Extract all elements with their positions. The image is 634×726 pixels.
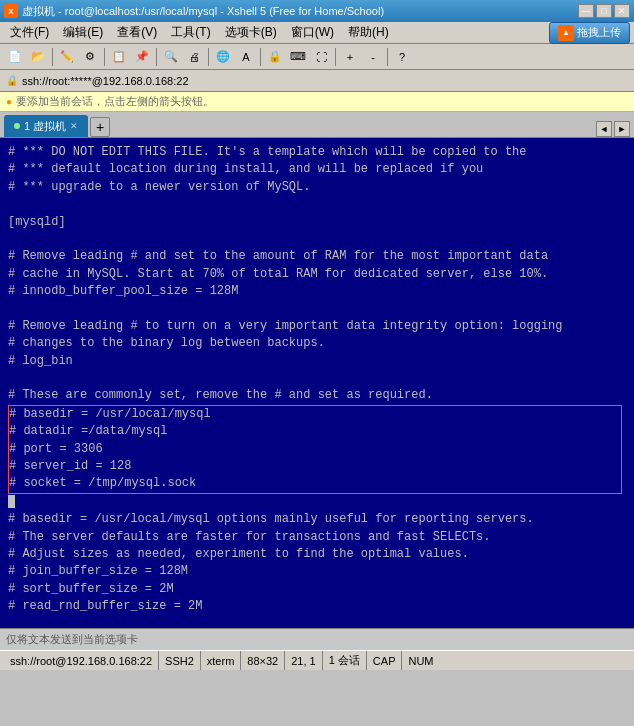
toolbar-separator-5 bbox=[260, 48, 261, 66]
tab-nav: ◄ ► bbox=[596, 121, 630, 137]
terminal-cursor bbox=[8, 495, 15, 508]
terminal-line-9: # innodb_buffer_pool_size = 128M bbox=[8, 283, 626, 300]
terminal-line-14 bbox=[8, 370, 626, 387]
address-bar: 🔒 ssh://root:*****@192.168.0.168:22 bbox=[0, 70, 634, 92]
info-bar: ● 要添加当前会话，点击左侧的箭头按钮。 bbox=[0, 92, 634, 112]
terminal-line-19: # server_id = 128 bbox=[9, 458, 621, 475]
toolbar: 📄 📂 ✏️ ⚙ 📋 📌 🔍 🖨 🌐 A 🔒 ⌨ ⛶ + - ? bbox=[0, 44, 634, 70]
status-cap: CAP bbox=[367, 651, 403, 670]
status-sessions: 1 会话 bbox=[323, 651, 367, 670]
menu-view[interactable]: 查看(V) bbox=[111, 22, 163, 43]
zoom-out-button[interactable]: - bbox=[362, 47, 384, 67]
terminal-line-18: # port = 3306 bbox=[9, 441, 621, 458]
maximize-button[interactable]: □ bbox=[596, 4, 612, 18]
minimize-button[interactable]: — bbox=[578, 4, 594, 18]
window-title: 虚拟机 - root@localhost:/usr/local/mysql - … bbox=[22, 4, 384, 19]
terminal-line-23: # Adjust sizes as needed, experiment to … bbox=[8, 546, 626, 563]
highlighted-section: # basedir = /usr/local/mysql # datadir =… bbox=[8, 405, 622, 494]
terminal-line-22: # The server defaults are faster for tra… bbox=[8, 529, 626, 546]
terminal-line-12: # changes to the binary log between back… bbox=[8, 335, 626, 352]
tab-1[interactable]: 1 虚拟机 ✕ bbox=[4, 115, 88, 137]
status-size: 88×32 bbox=[241, 651, 285, 670]
terminal-line-21: # basedir = /usr/local/mysql options mai… bbox=[8, 511, 626, 528]
terminal-line-2: # *** default location during install, a… bbox=[8, 161, 626, 178]
title-bar: X 虚拟机 - root@localhost:/usr/local/mysql … bbox=[0, 0, 634, 22]
globe-button[interactable]: 🌐 bbox=[212, 47, 234, 67]
status-position: 21, 1 bbox=[285, 651, 322, 670]
terminal-line-7: # Remove leading # and set to the amount… bbox=[8, 248, 626, 265]
terminal-cursor-line bbox=[8, 494, 626, 511]
terminal-line-4 bbox=[8, 196, 626, 213]
terminal-line-8: # cache in MySQL. Start at 70% of total … bbox=[8, 266, 626, 283]
terminal-line-16: # basedir = /usr/local/mysql bbox=[9, 406, 621, 423]
tab-status-dot bbox=[14, 123, 20, 129]
open-button[interactable]: 📂 bbox=[27, 47, 49, 67]
print-button[interactable]: 🖨 bbox=[183, 47, 205, 67]
help-button[interactable]: ? bbox=[391, 47, 413, 67]
tab-bar: 1 虚拟机 ✕ + ◄ ► bbox=[0, 112, 634, 138]
close-button[interactable]: ✕ bbox=[614, 4, 630, 18]
status-num: NUM bbox=[402, 651, 439, 670]
status-terminal: xterm bbox=[201, 651, 242, 670]
toolbar-separator-4 bbox=[208, 48, 209, 66]
terminal-line-11: # Remove leading # to turn on a very imp… bbox=[8, 318, 626, 335]
search-button[interactable]: 🔍 bbox=[160, 47, 182, 67]
tab-close-icon[interactable]: ✕ bbox=[70, 121, 78, 131]
terminal-line-3: # *** upgrade to a newer version of MySQ… bbox=[8, 179, 626, 196]
status-protocol: SSH2 bbox=[159, 651, 201, 670]
toolbar-separator-1 bbox=[52, 48, 53, 66]
new-session-button[interactable]: 📄 bbox=[4, 47, 26, 67]
font-button[interactable]: A bbox=[235, 47, 257, 67]
toolbar-separator-2 bbox=[104, 48, 105, 66]
toolbar-separator-7 bbox=[387, 48, 388, 66]
input-bar: 仅将文本发送到当前选项卡 bbox=[0, 628, 634, 650]
terminal-line-17: # datadir =/data/mysql bbox=[9, 423, 621, 440]
edit-button[interactable]: ✏️ bbox=[56, 47, 78, 67]
keyboard-button[interactable]: ⌨ bbox=[287, 47, 309, 67]
upload-button[interactable]: ▲ 拖拽上传 bbox=[549, 22, 630, 44]
tab-prev-button[interactable]: ◄ bbox=[596, 121, 612, 137]
info-text: 要添加当前会话，点击左侧的箭头按钮。 bbox=[16, 94, 214, 109]
input-placeholder: 仅将文本发送到当前选项卡 bbox=[6, 632, 138, 647]
lock-icon: 🔒 bbox=[6, 75, 18, 86]
new-tab-button[interactable]: + bbox=[90, 117, 110, 137]
menu-help[interactable]: 帮助(H) bbox=[342, 22, 395, 43]
window-controls: — □ ✕ bbox=[578, 4, 630, 18]
upload-icon: ▲ bbox=[558, 25, 574, 41]
terminal-line-24: # join_buffer_size = 128M bbox=[8, 563, 626, 580]
lock-button[interactable]: 🔒 bbox=[264, 47, 286, 67]
tab-next-button[interactable]: ► bbox=[614, 121, 630, 137]
terminal-line-25: # sort_buffer_size = 2M bbox=[8, 581, 626, 598]
menu-tabs[interactable]: 选项卡(B) bbox=[219, 22, 283, 43]
menu-edit[interactable]: 编辑(E) bbox=[57, 22, 109, 43]
terminal-line-26: # read_rnd_buffer_size = 2M bbox=[8, 598, 626, 615]
terminal-line-15: # These are commonly set, remove the # a… bbox=[8, 387, 626, 404]
menu-file[interactable]: 文件(F) bbox=[4, 22, 55, 43]
terminal-line-10 bbox=[8, 301, 626, 318]
terminal-line-13: # log_bin bbox=[8, 353, 626, 370]
zoom-in-button[interactable]: + bbox=[339, 47, 361, 67]
terminal-line-6 bbox=[8, 231, 626, 248]
menu-tools[interactable]: 工具(T) bbox=[165, 22, 216, 43]
tab-1-label: 1 虚拟机 bbox=[24, 119, 66, 134]
properties-button[interactable]: ⚙ bbox=[79, 47, 101, 67]
menu-window[interactable]: 窗口(W) bbox=[285, 22, 340, 43]
address-text: ssh://root:*****@192.168.0.168:22 bbox=[22, 75, 189, 87]
fullscreen-button[interactable]: ⛶ bbox=[310, 47, 332, 67]
terminal-line-1: # *** DO NOT EDIT THIS FILE. It's a temp… bbox=[8, 144, 626, 161]
copy-button[interactable]: 📋 bbox=[108, 47, 130, 67]
app-icon: X bbox=[4, 4, 18, 18]
status-session: ssh://root@192.168.0.168:22 bbox=[4, 651, 159, 670]
menu-bar: 文件(F) 编辑(E) 查看(V) 工具(T) 选项卡(B) 窗口(W) 帮助(… bbox=[0, 22, 634, 44]
paste-button[interactable]: 📌 bbox=[131, 47, 153, 67]
toolbar-separator-3 bbox=[156, 48, 157, 66]
toolbar-separator-6 bbox=[335, 48, 336, 66]
info-icon: ● bbox=[6, 96, 12, 107]
terminal-line-5: [mysqld] bbox=[8, 214, 626, 231]
terminal-line-20: # socket = /tmp/mysql.sock bbox=[9, 475, 621, 492]
terminal-line-27 bbox=[8, 616, 626, 628]
terminal[interactable]: # *** DO NOT EDIT THIS FILE. It's a temp… bbox=[0, 138, 634, 628]
status-bar: ssh://root@192.168.0.168:22 SSH2 xterm 8… bbox=[0, 650, 634, 670]
